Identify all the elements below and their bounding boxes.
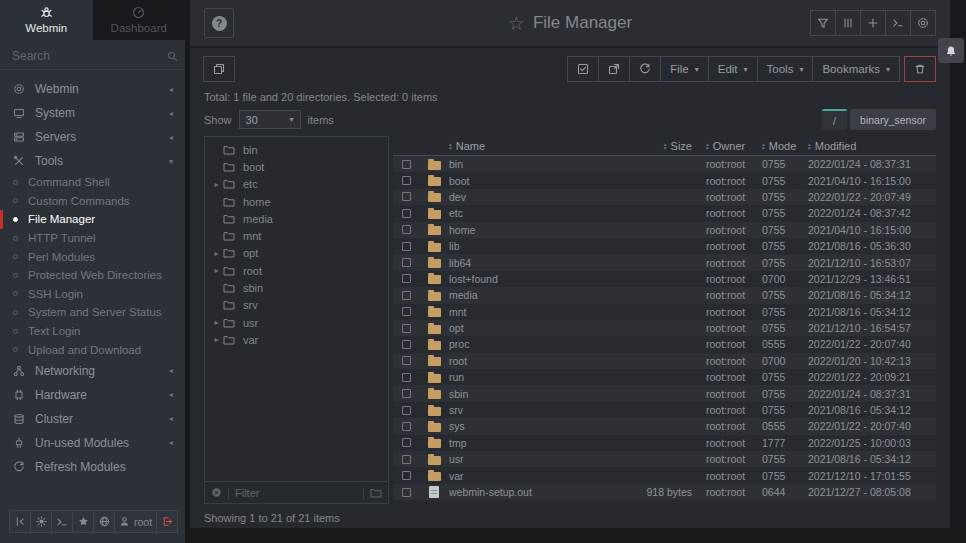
favorite-star-icon[interactable]: ☆ <box>508 12 525 35</box>
sidebar-item-system-and-server-status[interactable]: System and Server Status <box>0 303 185 322</box>
sidebar-item-refresh-modules[interactable]: Refresh Modules <box>0 455 185 479</box>
terminal-button[interactable] <box>885 10 911 36</box>
collapse-button[interactable] <box>9 510 31 533</box>
column-header-name[interactable]: ▴▾Name <box>449 140 611 152</box>
tree-item-bin[interactable]: bin <box>205 141 388 158</box>
menu-bookmarks[interactable]: Bookmarks▾ <box>812 56 900 82</box>
sidebar-item-text-login[interactable]: Text Login <box>0 322 185 341</box>
plus-button[interactable] <box>860 10 886 36</box>
row-checkbox[interactable] <box>402 225 411 234</box>
tab-dashboard[interactable]: Dashboard <box>93 0 186 40</box>
star-button[interactable] <box>72 510 94 533</box>
help-button[interactable]: ? <box>204 8 234 38</box>
row-checkbox[interactable] <box>402 160 411 169</box>
table-row[interactable]: varroot:root07552021/12/10 - 17:01:55 <box>393 467 936 483</box>
table-row[interactable]: binroot:root07552022/01/24 - 08:37:31 <box>393 156 936 172</box>
tree-item-usr[interactable]: ▸usr <box>205 314 388 331</box>
row-checkbox[interactable] <box>402 274 411 283</box>
table-row[interactable]: srvroot:root07552021/08/16 - 05:34:12 <box>393 402 936 418</box>
sidebar-item-un-used-modules[interactable]: Un-used Modules◂ <box>0 431 185 455</box>
expand-arrow-icon[interactable]: ▸ <box>210 266 223 275</box>
sidebar-item-command-shell[interactable]: Command Shell <box>0 173 185 192</box>
sidebar-item-webmin[interactable]: Webmin◂ <box>0 77 185 101</box>
row-checkbox[interactable] <box>402 471 411 480</box>
sidebar-item-tools[interactable]: Tools▾ <box>0 149 185 173</box>
select-all-button[interactable] <box>567 56 599 82</box>
table-row[interactable]: tmproot:root17772022/01/25 - 10:00:03 <box>393 435 936 451</box>
refresh-button[interactable] <box>629 56 661 82</box>
tree-item-media[interactable]: media <box>205 210 388 227</box>
table-row[interactable]: sysroot:root05552022/01/22 - 20:07:40 <box>393 418 936 434</box>
sidebar-item-upload-and-download[interactable]: Upload and Download <box>0 340 185 359</box>
row-checkbox[interactable] <box>402 307 411 316</box>
switch-view-button[interactable] <box>203 56 235 82</box>
sun-button[interactable] <box>30 510 52 533</box>
terminal-button[interactable] <box>51 510 73 533</box>
show-entries-select[interactable]: 30 ▾ <box>239 110 301 129</box>
expand-arrow-icon[interactable]: ▸ <box>210 318 223 327</box>
notifications-bell[interactable] <box>938 38 964 63</box>
expand-arrow-icon[interactable]: ▸ <box>210 249 223 258</box>
column-header-size[interactable]: ▴▾Size <box>611 140 706 152</box>
row-checkbox[interactable] <box>402 324 411 333</box>
sidebar-item-custom-commands[interactable]: Custom Commands <box>0 192 185 211</box>
sidebar-item-ssh-login[interactable]: SSH Login <box>0 285 185 304</box>
table-row[interactable]: runroot:root07552022/01/22 - 20:09:21 <box>393 369 936 385</box>
clear-filter-icon[interactable] <box>211 487 222 498</box>
sidebar-item-file-manager[interactable]: File Manager <box>0 210 185 229</box>
row-checkbox[interactable] <box>402 406 411 415</box>
row-checkbox[interactable] <box>402 176 411 185</box>
gear-button[interactable] <box>910 10 936 36</box>
table-row[interactable]: optroot:root07552021/12/10 - 16:54:57 <box>393 320 936 336</box>
delete-button[interactable] <box>904 56 936 82</box>
table-row[interactable]: etcroot:root07552022/01/24 - 08:37:42 <box>393 205 936 221</box>
menu-tools[interactable]: Tools▾ <box>757 56 814 82</box>
table-row[interactable]: lib64root:root07552021/12/10 - 16:53:07 <box>393 254 936 270</box>
table-row[interactable]: rootroot:root07002022/01/20 - 10:42:13 <box>393 353 936 369</box>
column-header-modified[interactable]: ▴▾Modified <box>808 140 936 152</box>
table-row[interactable]: devroot:root07552022/01/22 - 20:07:49 <box>393 189 936 205</box>
row-checkbox[interactable] <box>402 340 411 349</box>
row-checkbox[interactable] <box>402 258 411 267</box>
sidebar-item-http-tunnel[interactable]: HTTP Tunnel <box>0 229 185 248</box>
logout-button[interactable] <box>156 510 178 533</box>
tree-item-etc[interactable]: ▸etc <box>205 176 388 193</box>
tree-item-sbin[interactable]: sbin <box>205 279 388 296</box>
tree-item-srv[interactable]: srv <box>205 297 388 314</box>
columns-button[interactable] <box>835 10 861 36</box>
table-row[interactable]: sbinroot:root07552022/01/24 - 08:37:31 <box>393 385 936 401</box>
table-row[interactable]: lost+foundroot:root07002021/12/29 - 13:4… <box>393 271 936 287</box>
sidebar-item-perl-modules[interactable]: Perl Modules <box>0 247 185 266</box>
column-header-mode[interactable]: ▴▾Mode <box>762 140 808 152</box>
sidebar-item-protected-web-directories[interactable]: Protected Web Directories <box>0 266 185 285</box>
user-button[interactable]: root <box>114 510 157 533</box>
row-checkbox[interactable] <box>402 422 411 431</box>
sidebar-item-hardware[interactable]: Hardware◂ <box>0 383 185 407</box>
table-row[interactable]: webmin-setup.out918 bytesroot:root064420… <box>393 484 936 500</box>
sidebar-item-cluster[interactable]: Cluster◂ <box>0 407 185 431</box>
table-row[interactable]: mntroot:root07552021/08/16 - 05:34:12 <box>393 304 936 320</box>
tree-item-var[interactable]: ▸var <box>205 331 388 348</box>
sidebar-item-system[interactable]: System◂ <box>0 101 185 125</box>
row-checkbox[interactable] <box>402 192 411 201</box>
column-header-owner[interactable]: ▴▾Owner <box>706 140 762 152</box>
search-input[interactable] <box>12 49 167 63</box>
table-row[interactable]: usrroot:root07552021/08/16 - 05:34:12 <box>393 451 936 467</box>
table-row[interactable]: libroot:root07552021/08/16 - 05:36:30 <box>393 238 936 254</box>
tree-item-home[interactable]: home <box>205 193 388 210</box>
tree-item-root[interactable]: ▸root <box>205 262 388 279</box>
expand-arrow-icon[interactable]: ▸ <box>210 180 223 189</box>
folder-icon[interactable] <box>370 488 382 498</box>
tree-item-boot[interactable]: boot <box>205 158 388 175</box>
row-checkbox[interactable] <box>402 356 411 365</box>
row-checkbox[interactable] <box>402 291 411 300</box>
table-row[interactable]: bootroot:root07552021/04/10 - 16:15:00 <box>393 172 936 188</box>
tree-item-mnt[interactable]: mnt <box>205 227 388 244</box>
row-checkbox[interactable] <box>402 438 411 447</box>
tree-item-opt[interactable]: ▸opt <box>205 245 388 262</box>
sidebar-item-servers[interactable]: Servers◂ <box>0 125 185 149</box>
row-checkbox[interactable] <box>402 389 411 398</box>
menu-edit[interactable]: Edit▾ <box>708 56 758 82</box>
breadcrumb-root[interactable]: / <box>822 109 847 130</box>
expand-arrow-icon[interactable]: ▸ <box>210 335 223 344</box>
